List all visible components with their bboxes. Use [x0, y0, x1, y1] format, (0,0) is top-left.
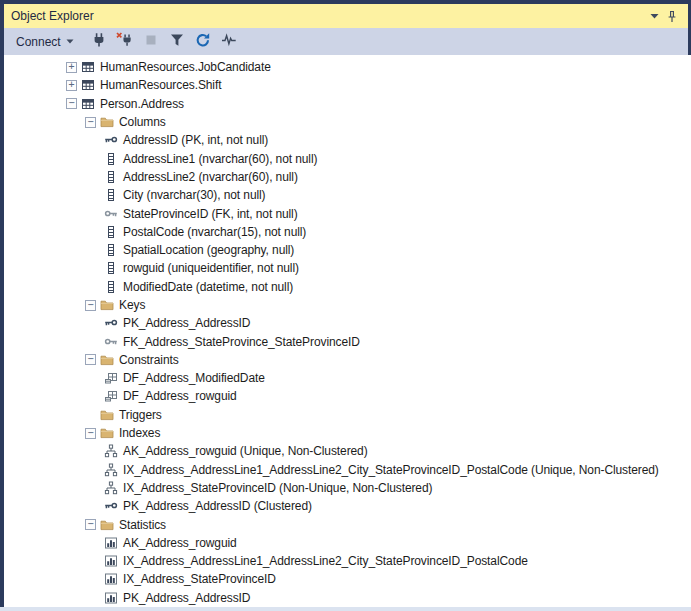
tree-node-label: IX_Address_StateProvinceID: [123, 572, 276, 586]
tree-node[interactable]: − Columns: [4, 113, 691, 131]
constraint-icon: [104, 371, 118, 385]
tree-node[interactable]: − Indexes: [4, 424, 691, 442]
panel-titlebar[interactable]: Object Explorer: [4, 4, 688, 28]
tree-node[interactable]: IX_Address_AddressLine1_AddressLine2_Cit…: [4, 552, 691, 570]
column-icon: [104, 280, 118, 294]
tree-node[interactable]: StateProvinceID (FK, int, not null): [4, 204, 691, 222]
twisty-spacer: [85, 409, 100, 420]
folder-icon: [100, 115, 114, 129]
filter-button[interactable]: [166, 31, 188, 53]
object-explorer-panel: Object Explorer Connect: [0, 0, 691, 611]
index-icon: [104, 463, 118, 477]
tree-node[interactable]: SpatialLocation (geography, null): [4, 241, 691, 259]
collapse-minus-icon[interactable]: −: [85, 354, 96, 365]
collapse-minus-icon[interactable]: −: [85, 428, 96, 439]
tree-node-label: AddressLine1 (nvarchar(60), not null): [123, 152, 317, 166]
tree-node[interactable]: PK_Address_AddressID: [4, 314, 691, 332]
collapse-minus-icon[interactable]: −: [66, 98, 77, 109]
tree-node[interactable]: AddressLine1 (nvarchar(60), not null): [4, 149, 691, 167]
tree-node[interactable]: Triggers: [4, 406, 691, 424]
pin-icon[interactable]: [663, 7, 681, 25]
tree-node-label: HumanResources.JobCandidate: [100, 60, 271, 74]
tree-node-label: PostalCode (nvarchar(15), not null): [123, 225, 306, 239]
tree-node-label: Statistics: [119, 518, 166, 532]
collapse-minus-icon[interactable]: −: [85, 117, 96, 128]
folder-icon: [100, 408, 114, 422]
tree-node[interactable]: PK_Address_AddressID (Clustered): [4, 497, 691, 515]
panel-bottom-strip: [0, 607, 691, 611]
tree-node-label: SpatialLocation (geography, null): [123, 243, 294, 257]
tree-node[interactable]: + HumanResources.Shift: [4, 76, 691, 94]
tree-node-label: Keys: [119, 298, 145, 312]
tree-node-label: PK_Address_AddressID: [123, 316, 250, 330]
activity-monitor-button[interactable]: [218, 31, 240, 53]
tree-node[interactable]: ModifiedDate (datetime, not null): [4, 278, 691, 296]
tree-node[interactable]: AddressLine2 (nvarchar(60), null): [4, 168, 691, 186]
tree-node[interactable]: rowguid (uniqueidentifier, not null): [4, 259, 691, 277]
tree-node-label: DF_Address_ModifiedDate: [123, 371, 265, 385]
fk-key-icon: [104, 335, 118, 349]
index-icon: [104, 444, 118, 458]
disconnect-button[interactable]: [114, 31, 136, 53]
chevron-down-icon: [66, 39, 74, 44]
folder-icon: [100, 426, 114, 440]
tree-node[interactable]: − Constraints: [4, 351, 691, 369]
tree-node[interactable]: AK_Address_rowguid: [4, 534, 691, 552]
tree-node-label: AddressLine2 (nvarchar(60), null): [123, 170, 298, 184]
statistics-icon: [104, 591, 118, 605]
fk-key-icon: [104, 207, 118, 221]
tree-node[interactable]: − Person.Address: [4, 95, 691, 113]
tree-node[interactable]: PK_Address_AddressID: [4, 589, 691, 607]
collapse-minus-icon[interactable]: −: [85, 300, 96, 311]
tree-node[interactable]: IX_Address_AddressLine1_AddressLine2_Cit…: [4, 461, 691, 479]
column-icon: [104, 170, 118, 184]
tree-node-label: DF_Address_rowguid: [123, 389, 237, 403]
refresh-button[interactable]: [192, 31, 214, 53]
index-icon: [104, 481, 118, 495]
folder-icon: [100, 518, 114, 532]
tree-node[interactable]: − Statistics: [4, 515, 691, 533]
expand-plus-icon[interactable]: +: [66, 80, 77, 91]
tree-node[interactable]: IX_Address_StateProvinceID (Non-Unique, …: [4, 479, 691, 497]
tree-node[interactable]: DF_Address_ModifiedDate: [4, 369, 691, 387]
tree-node-label: IX_Address_AddressLine1_AddressLine2_Cit…: [123, 463, 659, 477]
tree-node[interactable]: PostalCode (nvarchar(15), not null): [4, 223, 691, 241]
tree-node[interactable]: AK_Address_rowguid (Unique, Non-Clustere…: [4, 442, 691, 460]
connect-button[interactable]: Connect: [10, 32, 80, 52]
panel-title: Object Explorer: [11, 9, 645, 23]
column-icon: [104, 188, 118, 202]
tree-node[interactable]: City (nvarchar(30), not null): [4, 186, 691, 204]
table-icon: [81, 97, 95, 111]
tree-node[interactable]: + HumanResources.JobCandidate: [4, 58, 691, 76]
tree-node[interactable]: AddressID (PK, int, not null): [4, 131, 691, 149]
tree-node-label: Columns: [119, 115, 166, 129]
folder-icon: [100, 353, 114, 367]
filter-funnel-icon: [169, 32, 185, 52]
column-icon: [104, 261, 118, 275]
tree-node[interactable]: DF_Address_rowguid: [4, 387, 691, 405]
object-explorer-toolbar: Connect: [4, 28, 688, 55]
tree-node[interactable]: FK_Address_StateProvince_StateProvinceID: [4, 332, 691, 350]
constraint-icon: [104, 389, 118, 403]
refresh-icon: [195, 32, 211, 52]
tree-node-label: Triggers: [119, 408, 162, 422]
collapse-minus-icon[interactable]: −: [85, 519, 96, 530]
tree-node-label: Constraints: [119, 353, 179, 367]
window-position-caret-icon[interactable]: [645, 7, 663, 25]
tree-node-label: IX_Address_AddressLine1_AddressLine2_Cit…: [123, 554, 528, 568]
connect-plug-icon: [91, 32, 107, 52]
tree-node[interactable]: − Keys: [4, 296, 691, 314]
column-icon: [104, 243, 118, 257]
tree-node-label: AK_Address_rowguid: [123, 536, 237, 550]
pk-key-icon: [104, 316, 118, 330]
tree-node[interactable]: IX_Address_StateProvinceID: [4, 570, 691, 588]
tree-node-label: StateProvinceID (FK, int, not null): [123, 207, 298, 221]
pk-key-icon: [104, 499, 118, 513]
connect-object-explorer-button[interactable]: [88, 31, 110, 53]
expand-plus-icon[interactable]: +: [66, 62, 77, 73]
connect-button-label: Connect: [16, 35, 61, 49]
tree-node-label: AddressID (PK, int, not null): [123, 133, 268, 147]
tree-node-label: AK_Address_rowguid (Unique, Non-Clustere…: [123, 444, 368, 458]
stop-button: [140, 31, 162, 53]
tree-node-label: rowguid (uniqueidentifier, not null): [123, 261, 299, 275]
